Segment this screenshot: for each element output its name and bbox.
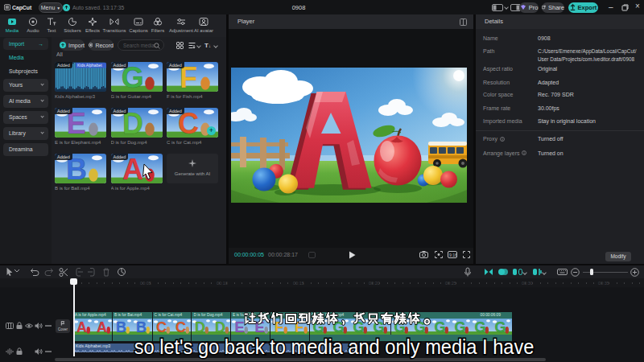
svg-text:Kids Alphabet: Kids Alphabet <box>77 63 102 68</box>
svg-text:A: A <box>97 319 107 335</box>
svg-text:9:16: 9:16 <box>449 253 457 257</box>
svg-text:so let's go back to media and: so let's go back to media and only media… <box>134 335 535 358</box>
svg-text:B: B <box>116 319 126 335</box>
svg-text:A: A <box>76 319 87 335</box>
